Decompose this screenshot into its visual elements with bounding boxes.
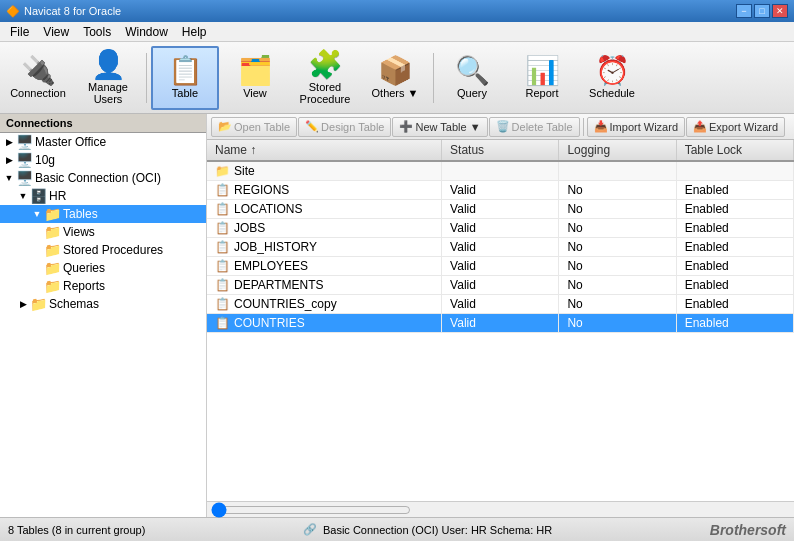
cell-name: 📋DEPARTMENTS — [207, 276, 442, 295]
table-row[interactable]: 📋JOB_HISTORY Valid No Enabled — [207, 238, 794, 257]
window-controls[interactable]: − □ ✕ — [736, 4, 788, 18]
toolbar-table[interactable]: 📋 Table — [151, 46, 219, 110]
menu-window[interactable]: Window — [119, 23, 174, 41]
import-wizard-icon: 📥 — [594, 120, 608, 133]
toolbar-manage-users[interactable]: 👤 Manage Users — [74, 46, 142, 110]
col-logging[interactable]: Logging — [559, 140, 676, 161]
toolbar-view[interactable]: 🗂️ View — [221, 46, 289, 110]
toolbar-others[interactable]: 📦 Others ▼ — [361, 46, 429, 110]
design-table-btn[interactable]: ✏️ Design Table — [298, 117, 391, 137]
app-icon: 🔶 — [6, 5, 20, 18]
tree-views[interactable]: 📁 Views — [0, 223, 206, 241]
tree-queries[interactable]: 📁 Queries — [0, 259, 206, 277]
schedule-icon: ⏰ — [595, 57, 630, 85]
h-scrollbar[interactable] — [207, 501, 794, 517]
tree-stored-procedures[interactable]: 📁 Stored Procedures — [0, 241, 206, 259]
cell-tablelock: Enabled — [676, 200, 793, 219]
table-icon: 📋 — [215, 297, 230, 311]
cell-logging: No — [559, 276, 676, 295]
new-table-btn[interactable]: ➕ New Table ▼ — [392, 117, 487, 137]
menu-view[interactable]: View — [37, 23, 75, 41]
connections-header: Connections — [0, 114, 206, 133]
table-row[interactable]: 📋LOCATIONS Valid No Enabled — [207, 200, 794, 219]
status-center: 🔗 Basic Connection (OCI) User: HR Schema… — [303, 523, 552, 536]
toolbar-stored-procedure[interactable]: 🧩 Stored Procedure — [291, 46, 359, 110]
cell-logging: No — [559, 200, 676, 219]
tree-tables[interactable]: ▼ 📁 Tables — [0, 205, 206, 223]
export-wizard-btn[interactable]: 📤 Export Wizard — [686, 117, 785, 137]
cell-status — [442, 161, 559, 181]
expand-master-office[interactable]: ▶ — [2, 137, 16, 147]
table-row[interactable]: 📋DEPARTMENTS Valid No Enabled — [207, 276, 794, 295]
open-table-label: Open Table — [234, 121, 290, 133]
query-icon: 🔍 — [455, 57, 490, 85]
col-tablelock[interactable]: Table Lock — [676, 140, 793, 161]
cell-name: 📋EMPLOYEES — [207, 257, 442, 276]
watermark: Brothersoft — [710, 522, 786, 538]
connection-label: Connection — [10, 87, 66, 99]
others-icon: 📦 — [378, 57, 413, 85]
cell-name: 📋REGIONS — [207, 181, 442, 200]
table-icon: 📋 — [215, 202, 230, 216]
delete-table-btn[interactable]: 🗑️ Delete Table — [489, 117, 580, 137]
table-row[interactable]: 📁Site — [207, 161, 794, 181]
toolbar-sep-2 — [433, 53, 434, 103]
toolbar-query[interactable]: 🔍 Query — [438, 46, 506, 110]
toolbar-schedule[interactable]: ⏰ Schedule — [578, 46, 646, 110]
cell-logging: No — [559, 181, 676, 200]
expand-10g[interactable]: ▶ — [2, 155, 16, 165]
tree-schemas[interactable]: ▶ 📁 Schemas — [0, 295, 206, 313]
folder-icon-views: 📁 — [44, 224, 61, 240]
schedule-label: Schedule — [589, 87, 635, 99]
expand-tables[interactable]: ▼ — [30, 209, 44, 219]
tree-hr[interactable]: ▼ 🗄️ HR — [0, 187, 206, 205]
cell-status: Valid — [442, 257, 559, 276]
cell-logging: No — [559, 238, 676, 257]
tree-label-hr: HR — [49, 189, 66, 203]
import-wizard-btn[interactable]: 📥 Import Wizard — [587, 117, 685, 137]
tree-basic-connection[interactable]: ▼ 🖥️ Basic Connection (OCI) — [0, 169, 206, 187]
others-label: Others ▼ — [372, 87, 419, 99]
folder-icon-reports: 📁 — [44, 278, 61, 294]
h-scroll-input[interactable] — [211, 504, 411, 516]
open-table-btn[interactable]: 📂 Open Table — [211, 117, 297, 137]
new-table-label: New Table ▼ — [415, 121, 480, 133]
cell-tablelock: Enabled — [676, 295, 793, 314]
menu-tools[interactable]: Tools — [77, 23, 117, 41]
cell-status: Valid — [442, 181, 559, 200]
table-row[interactable]: 📋REGIONS Valid No Enabled — [207, 181, 794, 200]
folder-icon-tables: 📁 — [44, 206, 61, 222]
col-status[interactable]: Status — [442, 140, 559, 161]
db-icon: 🗄️ — [30, 188, 47, 204]
toolbar-report[interactable]: 📊 Report — [508, 46, 576, 110]
toolbar-connection[interactable]: 🔌 Connection — [4, 46, 72, 110]
tree-label-tables: Tables — [63, 207, 98, 221]
expand-basic-conn[interactable]: ▼ — [2, 173, 16, 183]
table-row[interactable]: 📋COUNTRIES Valid No Enabled — [207, 314, 794, 333]
open-table-icon: 📂 — [218, 120, 232, 133]
col-name[interactable]: Name ↑ — [207, 140, 442, 161]
tree-10g[interactable]: ▶ 🖥️ 10g — [0, 151, 206, 169]
tree-master-office[interactable]: ▶ 🖥️ Master Office — [0, 133, 206, 151]
sidebar: Connections ▶ 🖥️ Master Office ▶ 🖥️ 10g … — [0, 114, 207, 517]
table-label: Table — [172, 87, 198, 99]
table-row[interactable]: 📋COUNTRIES_copy Valid No Enabled — [207, 295, 794, 314]
expand-hr[interactable]: ▼ — [16, 191, 30, 201]
server-icon-10g: 🖥️ — [16, 152, 33, 168]
minimize-btn[interactable]: − — [736, 4, 752, 18]
cell-status: Valid — [442, 295, 559, 314]
cell-tablelock: Enabled — [676, 314, 793, 333]
cell-tablelock: Enabled — [676, 219, 793, 238]
tree-label-sp: Stored Procedures — [63, 243, 163, 257]
close-btn[interactable]: ✕ — [772, 4, 788, 18]
connection-icon: 🔌 — [21, 57, 56, 85]
table-row[interactable]: 📋JOBS Valid No Enabled — [207, 219, 794, 238]
stored-procedure-icon: 🧩 — [308, 51, 343, 79]
menu-help[interactable]: Help — [176, 23, 213, 41]
table-row[interactable]: 📋EMPLOYEES Valid No Enabled — [207, 257, 794, 276]
tree-label-master-office: Master Office — [35, 135, 106, 149]
menu-file[interactable]: File — [4, 23, 35, 41]
maximize-btn[interactable]: □ — [754, 4, 770, 18]
expand-schemas[interactable]: ▶ — [16, 299, 30, 309]
tree-reports[interactable]: 📁 Reports — [0, 277, 206, 295]
